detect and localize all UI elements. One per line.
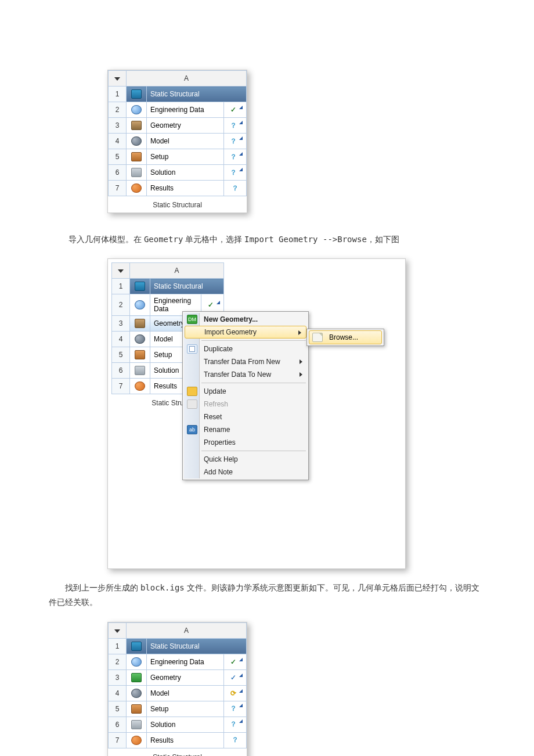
results-icon: [131, 183, 142, 193]
row-num: 7: [109, 181, 127, 196]
system-panel-2: A 1 Static Structural 2 Engineering Data…: [107, 258, 406, 569]
corner-icon: [239, 719, 243, 723]
solution-cell[interactable]: Solution: [147, 717, 224, 732]
system-title-cell[interactable]: Static Structural: [147, 638, 247, 654]
results-icon: [135, 381, 145, 391]
header-dropdown[interactable]: [112, 263, 130, 279]
header-dropdown[interactable]: [109, 71, 127, 87]
status-check-icon: ✓: [230, 674, 236, 682]
submenu-arrow-icon: [300, 359, 302, 364]
system-title-cell[interactable]: Static Structural: [147, 87, 247, 102]
menu-separator: [201, 383, 306, 383]
system-table-3: A 1 Static Structural 2 Engineering Data…: [108, 622, 247, 756]
status-question-icon: ？: [230, 137, 237, 145]
system-caption: Static Structural: [109, 748, 247, 756]
menu-transfer-from[interactable]: Transfer Data From New: [184, 355, 307, 368]
menu-label: Refresh: [204, 400, 228, 408]
system-caption: Static Structural: [109, 196, 247, 213]
context-menu: DM New Geometry... Import Geometry Dupli…: [182, 311, 309, 480]
row-num: 5: [112, 347, 130, 363]
geometry-cell[interactable]: Geometry: [147, 118, 224, 134]
system-panel-1: A 1 Static Structural 2 Engineering Data…: [107, 70, 247, 213]
corner-icon: [239, 704, 243, 707]
engineering-data-icon: [131, 657, 142, 667]
row-num: 6: [109, 717, 127, 732]
row-num: 5: [109, 701, 127, 717]
geometry-icon: [131, 121, 142, 130]
model-cell[interactable]: Model: [147, 685, 224, 701]
corner-icon: [239, 106, 243, 109]
menu-label: Browse...: [329, 333, 358, 341]
row-num: 4: [109, 134, 127, 149]
static-structural-icon: [135, 282, 145, 291]
menu-reset[interactable]: Reset: [184, 411, 307, 423]
model-icon: [131, 689, 142, 698]
menu-transfer-to[interactable]: Transfer Data To New: [184, 368, 307, 381]
engineering-data-cell[interactable]: Engineering Data: [147, 654, 224, 669]
menu-new-geometry[interactable]: DM New Geometry...: [184, 313, 307, 326]
engineering-data-icon: [135, 300, 145, 309]
menu-rename[interactable]: ab Rename: [184, 423, 307, 436]
solution-cell[interactable]: Solution: [147, 165, 224, 181]
results-cell[interactable]: Results: [147, 732, 224, 748]
status-question-icon: ？: [232, 736, 239, 744]
engineering-data-icon: [131, 105, 142, 114]
status-question-icon: ？: [230, 720, 237, 728]
results-cell[interactable]: Results: [147, 181, 224, 196]
header-dropdown[interactable]: [109, 622, 127, 638]
menu-label: Quick Help: [204, 455, 238, 463]
submenu-arrow-icon: [300, 372, 302, 377]
engineering-data-cell[interactable]: Engineering Data: [147, 102, 224, 118]
refresh-icon: [187, 399, 197, 409]
row-num: 6: [112, 363, 130, 379]
corner-icon: [239, 152, 243, 156]
menu-label: Reset: [204, 413, 222, 421]
menu-label: Update: [204, 387, 226, 395]
paragraph-2: 找到上一步所生成的 block.igs 文件。则该静力学系统示意图更新如下。可见…: [49, 581, 485, 610]
menu-import-geometry[interactable]: Import Geometry: [185, 326, 306, 339]
menu-refresh: Refresh: [184, 398, 307, 411]
corner-icon: [239, 168, 243, 171]
status-check-icon: ✓: [208, 301, 214, 309]
menu-update[interactable]: Update: [184, 385, 307, 398]
row-num: 2: [109, 654, 127, 669]
solution-icon: [135, 366, 145, 375]
static-structural-icon: [131, 642, 142, 651]
menu-label: Transfer Data To New: [204, 370, 271, 379]
menu-label: Duplicate: [204, 345, 233, 353]
submenu-browse[interactable]: Browse...: [309, 330, 382, 344]
setup-cell[interactable]: Setup: [147, 701, 224, 717]
geometry-icon: [131, 673, 142, 682]
dm-icon: DM: [187, 315, 197, 324]
menu-label: Transfer Data From New: [204, 358, 280, 366]
solution-icon: [131, 720, 142, 729]
row-num: 1: [112, 279, 130, 294]
menu-label: Add Note: [204, 468, 233, 476]
menu-add-note[interactable]: Add Note: [184, 466, 307, 478]
geometry-icon: [135, 319, 145, 328]
row-num: 3: [109, 118, 127, 134]
corner-icon: [239, 658, 243, 661]
menu-label: New Geometry...: [204, 315, 258, 323]
model-cell[interactable]: Model: [147, 134, 224, 149]
row-num: 6: [109, 165, 127, 181]
menu-properties[interactable]: Properties: [184, 436, 307, 449]
menu-duplicate[interactable]: Duplicate: [184, 343, 307, 355]
row-num: 7: [112, 379, 130, 394]
row-num: 4: [109, 685, 127, 701]
status-check-icon: ✓: [230, 658, 236, 666]
geometry-cell[interactable]: Geometry: [147, 669, 224, 685]
column-header: A: [130, 263, 224, 279]
duplicate-icon: [187, 344, 197, 354]
status-question-icon: ？: [230, 168, 237, 177]
corner-icon: [239, 674, 243, 677]
menu-label: Properties: [204, 438, 236, 447]
row-num: 5: [109, 149, 127, 165]
system-table-1: A 1 Static Structural 2 Engineering Data…: [108, 70, 247, 213]
system-title-cell[interactable]: Static Structural: [150, 279, 224, 294]
row-num: 3: [109, 669, 127, 685]
menu-quick-help[interactable]: Quick Help: [184, 453, 307, 466]
chevron-down-icon: [114, 77, 120, 81]
setup-icon: [135, 350, 145, 359]
setup-cell[interactable]: Setup: [147, 149, 224, 165]
